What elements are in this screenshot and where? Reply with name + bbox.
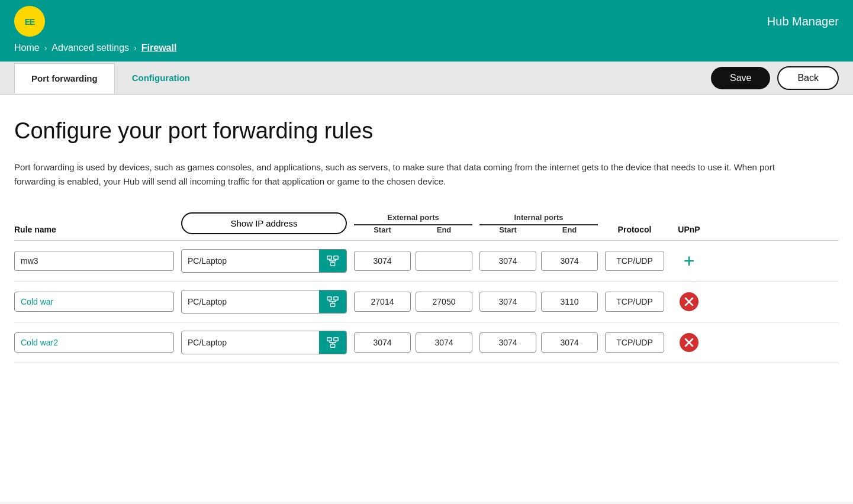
delete-rule-button[interactable] xyxy=(680,333,699,352)
int-ports-cell xyxy=(479,332,598,353)
page-description: Port forwarding is used by devices, such… xyxy=(14,160,813,189)
tab-configuration[interactable]: Configuration xyxy=(115,63,207,93)
device-cell xyxy=(181,331,347,354)
ext-ports-cell xyxy=(354,251,472,271)
table-row: TCP/UDP + xyxy=(14,241,839,282)
int-end-input[interactable] xyxy=(541,292,598,312)
svg-rect-11 xyxy=(330,303,334,307)
delete-rule-button[interactable] xyxy=(680,292,699,311)
protocol-value: TCP/UDP xyxy=(605,251,664,271)
save-button[interactable]: Save xyxy=(711,67,770,89)
ext-end-label: End xyxy=(416,225,472,234)
rule-name-cell xyxy=(14,332,174,353)
ext-ports-label: External ports xyxy=(354,213,472,225)
network-icon xyxy=(326,254,339,267)
breadcrumb-advanced[interactable]: Advanced settings xyxy=(51,43,129,53)
breadcrumb-sep1: › xyxy=(44,43,47,53)
ext-ports-cell xyxy=(354,292,472,312)
rule-name-cell xyxy=(14,292,174,312)
protocol-cell: TCP/UDP xyxy=(605,292,664,312)
ext-start-input[interactable] xyxy=(354,332,411,353)
page-title: Configure your port forwarding rules xyxy=(14,118,839,144)
device-input[interactable] xyxy=(182,251,319,270)
col-rule-name-header: Rule name xyxy=(14,224,174,234)
main-content: Configure your port forwarding rules Por… xyxy=(0,95,853,502)
table-header-row: Rule name Show IP address External ports… xyxy=(14,212,839,241)
ext-end-input[interactable] xyxy=(416,332,472,353)
table-row: TCP/UDP xyxy=(14,322,839,363)
add-rule-button[interactable]: + xyxy=(684,251,695,270)
svg-rect-10 xyxy=(334,297,338,301)
table-row: TCP/UDP xyxy=(14,282,839,322)
breadcrumb-sep2: › xyxy=(134,43,137,53)
tab-port-forwarding[interactable]: Port forwarding xyxy=(14,63,115,93)
int-ports-cell xyxy=(479,292,598,312)
breadcrumb: Home › Advanced settings › Firewall xyxy=(0,43,853,62)
protocol-value: TCP/UDP xyxy=(605,292,664,312)
back-button[interactable]: Back xyxy=(777,66,839,90)
tabs-bar: Port forwarding Configuration Save Back xyxy=(0,62,853,95)
network-icon xyxy=(326,336,339,349)
svg-rect-18 xyxy=(327,338,331,341)
int-end-input[interactable] xyxy=(541,251,598,271)
ext-ports-header: External ports Start End xyxy=(354,213,472,234)
svg-rect-3 xyxy=(334,256,338,260)
network-icon xyxy=(326,295,339,308)
header: EE Hub Manager xyxy=(0,0,853,43)
rule-name-input[interactable] xyxy=(14,292,174,312)
close-icon xyxy=(684,297,694,306)
rule-name-label: Rule name xyxy=(14,225,56,234)
ee-logo: EE xyxy=(14,6,45,37)
breadcrumb-current: Firewall xyxy=(141,43,177,53)
breadcrumb-home[interactable]: Home xyxy=(14,43,40,53)
rule-name-input[interactable] xyxy=(14,251,174,271)
device-cell xyxy=(181,290,347,314)
int-start-input[interactable] xyxy=(479,332,536,353)
device-input[interactable] xyxy=(182,292,319,311)
device-icon-button[interactable] xyxy=(319,331,346,354)
upnp-cell xyxy=(671,292,707,311)
svg-rect-19 xyxy=(334,338,338,341)
ext-ports-cell xyxy=(354,332,472,353)
int-ports-label: Internal ports xyxy=(479,213,598,225)
upnp-label: UPnP xyxy=(678,225,700,234)
int-ports-cell xyxy=(479,251,598,271)
protocol-label: Protocol xyxy=(618,225,652,234)
rule-name-input[interactable] xyxy=(14,332,174,353)
show-ip-col: Show IP address xyxy=(181,212,347,234)
device-cell xyxy=(181,249,347,273)
tabs-actions: Save Back xyxy=(711,66,839,90)
show-ip-button[interactable]: Show IP address xyxy=(181,212,347,234)
port-forwarding-table: Rule name Show IP address External ports… xyxy=(14,212,839,363)
device-icon-button[interactable] xyxy=(319,250,346,272)
ext-end-input[interactable] xyxy=(416,251,472,271)
close-icon xyxy=(684,338,694,347)
int-start-label: Start xyxy=(479,225,536,234)
ext-start-input[interactable] xyxy=(354,251,411,271)
protocol-cell: TCP/UDP xyxy=(605,251,664,271)
ext-start-input[interactable] xyxy=(354,292,411,312)
int-end-label: End xyxy=(541,225,598,234)
device-icon-button[interactable] xyxy=(319,290,346,313)
upnp-cell: + xyxy=(671,251,707,270)
svg-rect-4 xyxy=(330,263,334,266)
svg-rect-20 xyxy=(330,344,334,348)
ext-start-label: Start xyxy=(354,225,411,234)
svg-text:EE: EE xyxy=(25,17,35,27)
upnp-header: UPnP xyxy=(671,224,707,234)
int-start-input[interactable] xyxy=(479,292,536,312)
svg-rect-2 xyxy=(327,256,331,260)
rule-name-cell xyxy=(14,251,174,271)
hub-manager-label: Hub Manager xyxy=(767,15,839,28)
upnp-cell xyxy=(671,333,707,352)
int-ports-header: Internal ports Start End xyxy=(479,213,598,234)
protocol-cell: TCP/UDP xyxy=(605,332,664,353)
protocol-value: TCP/UDP xyxy=(605,332,664,353)
table-rows: TCP/UDP + xyxy=(14,241,839,363)
int-start-input[interactable] xyxy=(479,251,536,271)
int-end-input[interactable] xyxy=(541,332,598,353)
device-input[interactable] xyxy=(182,333,319,352)
protocol-header: Protocol xyxy=(605,224,664,234)
ext-end-input[interactable] xyxy=(416,292,472,312)
svg-rect-9 xyxy=(327,297,331,301)
